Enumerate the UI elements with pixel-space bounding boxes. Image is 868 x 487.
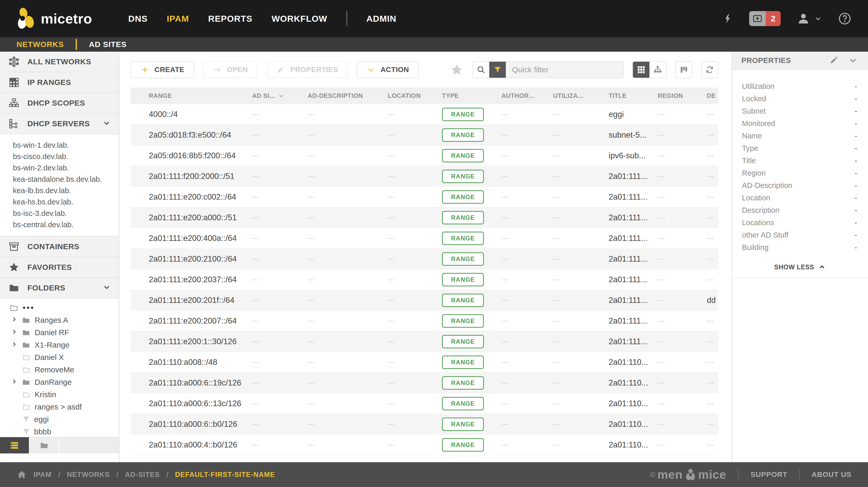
table-row[interactable]: 2a01:110:a000:6::b0/126---------RANGE---…	[131, 414, 718, 434]
folder-item[interactable]: Kristin	[0, 388, 119, 401]
sidebar-item-containers[interactable]: CONTAINERS	[0, 236, 119, 257]
breadcrumb-item[interactable]: NETWORKS	[67, 471, 110, 479]
chevron-down-icon[interactable]	[848, 56, 858, 65]
folder-item[interactable]: DanRange	[0, 376, 119, 388]
folder-item[interactable]: eggi	[0, 413, 119, 426]
dhcp-server-item[interactable]: bs-win-1.dev.lab.	[0, 139, 119, 151]
table-row[interactable]: 2a01:110:a000:6::19c/126---------RANGE--…	[131, 372, 718, 393]
empty-cell: ---	[707, 338, 718, 345]
tab-list-view[interactable]	[0, 437, 29, 453]
table-row[interactable]: 2a01:110:a000:4::b0/126---------RANGE---…	[131, 434, 718, 455]
sidebar-bottom-tabs	[0, 437, 119, 453]
menandmice-logo[interactable]: © men mice	[650, 467, 726, 482]
table-row[interactable]: 2a01:111:e200:a000::/51---------RANGE---…	[131, 207, 718, 228]
empty-cell: ---	[252, 379, 308, 387]
sidebar-item-dhcp-scopes[interactable]: DHCP SCOPES	[0, 93, 119, 113]
column-header-8[interactable]: REGION	[658, 92, 707, 99]
kanban-icon[interactable]	[675, 61, 692, 78]
menu-item-dns[interactable]: DNS	[128, 14, 148, 24]
sidebar-item-ip-ranges[interactable]: IP RANGES	[0, 72, 119, 93]
help-icon[interactable]	[838, 12, 851, 25]
folder-item[interactable]: Ranges A	[0, 314, 119, 326]
tree-view-icon[interactable]	[649, 62, 666, 78]
breadcrumb-item[interactable]: DEFAULT-FIRST-SITE-NAME	[175, 471, 275, 479]
subtab-networks[interactable]: NETWORKS	[17, 40, 64, 49]
sidebar-item-favorites[interactable]: FAVORITES	[0, 257, 119, 278]
dhcp-server-item[interactable]: bs-win-2.dev.lab.	[0, 162, 119, 173]
table-row[interactable]: 2a01:111:e200:1::30/126---------RANGE---…	[131, 331, 718, 352]
table-row[interactable]: 2a01:111:f200:2000::/51---------RANGE---…	[131, 166, 718, 187]
sidebar-item-folders[interactable]: FOLDERS	[0, 278, 119, 298]
quick-filter-input[interactable]	[506, 62, 623, 78]
breadcrumb-item[interactable]: IPAM	[34, 471, 52, 479]
search-icon[interactable]	[473, 62, 489, 78]
table-row[interactable]: 2a01:111:e200:c002::/64---------RANGE---…	[131, 187, 718, 207]
funnel-icon[interactable]	[489, 62, 506, 78]
open-button[interactable]: OPEN	[203, 61, 257, 78]
empty-cell: ---	[252, 110, 308, 118]
folder-item[interactable]: bbbb	[0, 426, 119, 437]
table-row[interactable]: 2a01:111:e200:2100::/64---------RANGE---…	[131, 249, 718, 269]
column-header-5[interactable]: AUTHOR...	[501, 92, 553, 99]
pencil-icon[interactable]	[829, 56, 838, 65]
empty-cell: ---	[501, 131, 553, 139]
table-row[interactable]: 2a01:110:a008::/48---------RANGE------2a…	[131, 352, 718, 372]
column-header-4[interactable]: TYPE	[442, 92, 501, 99]
column-header-0[interactable]: RANGE	[131, 92, 252, 99]
sidebar-item-dhcp-servers[interactable]: DHCP SERVERS	[0, 113, 119, 134]
dhcp-server-item[interactable]: bs-isc-3.dev.lab.	[0, 207, 119, 219]
folder-item[interactable]: ranges > asdf	[0, 401, 119, 413]
column-header-1[interactable]: AD SI...	[252, 92, 308, 99]
folder-item-ellipsis[interactable]: •••	[0, 302, 119, 314]
menu-item-workflow[interactable]: WORKFLOW	[272, 14, 327, 24]
tab-folder-view[interactable]	[29, 437, 59, 453]
micetro-logo[interactable]: micetro	[17, 6, 92, 31]
table-row[interactable]: 2a05:d016:8b5:f200::/64---------RANGE---…	[131, 145, 718, 166]
table-row[interactable]: 4000::/4---------RANGE------eggi------	[131, 104, 718, 125]
menu-item-admin[interactable]: ADMIN	[366, 14, 396, 24]
menu-item-ipam[interactable]: IPAM	[167, 14, 189, 24]
table-row[interactable]: 2a05:d018:f3:e500::/64---------RANGE----…	[131, 125, 718, 145]
menu-item-reports[interactable]: REPORTS	[208, 14, 252, 24]
action-button[interactable]: ACTION	[357, 61, 419, 78]
dhcp-server-item[interactable]: kea-hs.bs.dev.lab.	[0, 196, 119, 207]
grid-view-icon[interactable]	[633, 62, 649, 78]
column-header-3[interactable]: LOCATION	[388, 92, 442, 99]
show-less-button[interactable]: SHOW LESS	[732, 256, 868, 279]
table-row[interactable]: 2a01:111:e200:201f::/64---------RANGE---…	[131, 290, 718, 311]
dhcp-server-item[interactable]: bs-cisco.dev.lab.	[0, 151, 119, 162]
column-header-9[interactable]: DE	[707, 92, 718, 99]
folder-item[interactable]: Daniel X	[0, 351, 119, 364]
dhcp-server-item[interactable]: kea-lb.bs.dev.lab.	[0, 185, 119, 196]
empty-cell: ---	[707, 400, 718, 407]
refresh-icon[interactable]	[701, 61, 718, 78]
create-button[interactable]: CREATE	[131, 61, 194, 78]
column-header-2[interactable]: AD-DESCRIPTION	[308, 92, 388, 99]
support-link[interactable]: SUPPORT	[750, 470, 787, 479]
folder-item[interactable]: X1-Range	[0, 339, 119, 351]
table-row[interactable]: 2a01:110:a000:6::13c/126---------RANGE--…	[131, 393, 718, 414]
breadcrumb-item[interactable]: AD-SITES	[125, 471, 160, 479]
subtab-ad-sites[interactable]: AD SITES	[89, 40, 127, 49]
dhcp-server-item[interactable]: kea-standalone.bs.dev.lab.	[0, 173, 119, 185]
upgrade-badge[interactable]: 2	[749, 11, 781, 26]
bolt-icon[interactable]	[723, 12, 733, 25]
favorite-star-icon[interactable]	[450, 63, 463, 76]
folder-item[interactable]: Daniel RF	[0, 326, 119, 339]
brand-left: men	[657, 467, 683, 482]
column-header-7[interactable]: TITLE	[609, 92, 658, 99]
empty-cell: ---	[252, 214, 308, 221]
home-icon[interactable]	[17, 469, 27, 480]
empty-cell: ---	[308, 172, 388, 180]
folder-item[interactable]: RemoveMe	[0, 364, 119, 376]
refresh-label[interactable]: Refresh	[691, 461, 718, 462]
sidebar-item-all-networks[interactable]: ALL NETWORKS	[0, 52, 119, 72]
table-row[interactable]: 2a01:111:e200:2037::/64---------RANGE---…	[131, 269, 718, 290]
properties-button[interactable]: PROPERTIES	[266, 61, 348, 78]
table-row[interactable]: 2a01:111:e200:400a::/64---------RANGE---…	[131, 228, 718, 249]
user-menu[interactable]	[797, 12, 822, 25]
dhcp-server-item[interactable]: bs-central.dev.lab.	[0, 219, 119, 230]
table-row[interactable]: 2a01:111:e200:2007::/64---------RANGE---…	[131, 311, 718, 331]
column-header-6[interactable]: UTILIZA...	[553, 92, 609, 99]
about-us-link[interactable]: ABOUT US	[812, 470, 851, 479]
